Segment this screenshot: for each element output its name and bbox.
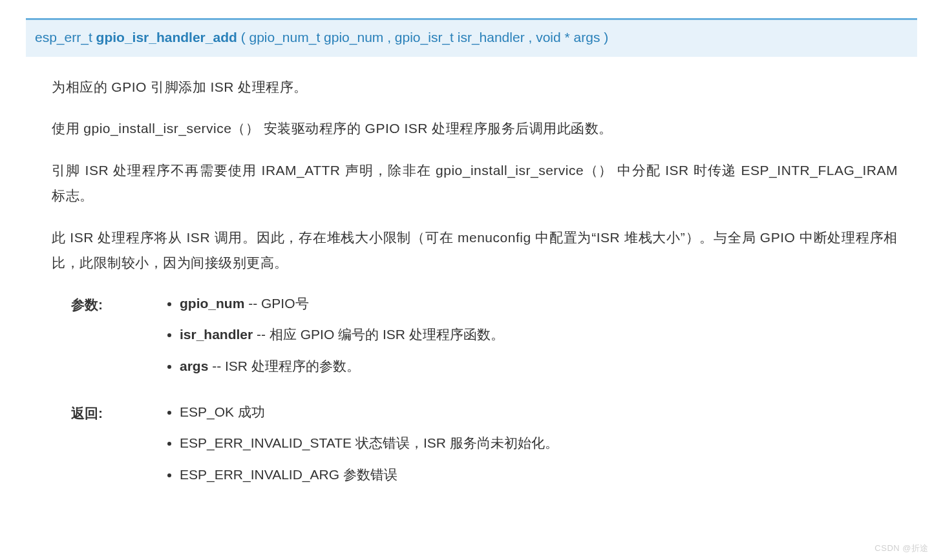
param-item-sep: --: [257, 327, 270, 342]
param-type: gpio_num_t: [249, 30, 320, 45]
param-item: isr_handler -- 相应 GPIO 编号的 ISR 处理程序函数。: [180, 324, 898, 346]
field-list: 参数: gpio_num -- GPIO号 isr_handler -- 相应 …: [52, 293, 898, 486]
return-type: esp_err_t: [35, 30, 92, 45]
param-item-name: gpio_num: [180, 296, 244, 311]
param-item: args -- ISR 处理程序的参数。: [180, 355, 898, 378]
param-item-name: isr_handler: [180, 327, 253, 342]
open-paren: (: [241, 30, 246, 45]
param-item-desc: GPIO号: [261, 296, 309, 311]
return-item: ESP_ERR_INVALID_STATE 状态错误，ISR 服务尚未初始化。: [180, 432, 898, 455]
param-name: gpio_num: [324, 30, 383, 45]
returns-body: ESP_OK 成功 ESP_ERR_INVALID_STATE 状态错误，ISR…: [162, 401, 898, 486]
param-type: void *: [536, 30, 570, 45]
param-item-sep: --: [212, 358, 225, 373]
desc-paragraph: 引脚 ISR 处理程序不再需要使用 IRAM_ATTR 声明，除非在 gpio_…: [52, 158, 898, 209]
description-block: 为相应的 GPIO 引脚添加 ISR 处理程序。 使用 gpio_install…: [26, 75, 917, 486]
function-signature: esp_err_t gpio_isr_handler_add ( gpio_nu…: [26, 18, 917, 57]
close-paren: ): [604, 30, 608, 45]
params-label: 参数:: [71, 293, 155, 378]
param-name: args: [574, 30, 600, 45]
param-item-desc: 相应 GPIO 编号的 ISR 处理程序函数。: [270, 327, 504, 342]
param-item-sep: --: [248, 296, 261, 311]
desc-paragraph: 为相应的 GPIO 引脚添加 ISR 处理程序。: [52, 75, 898, 100]
return-item: ESP_OK 成功: [180, 401, 898, 424]
params-body: gpio_num -- GPIO号 isr_handler -- 相应 GPIO…: [162, 293, 898, 378]
desc-paragraph: 此 ISR 处理程序将从 ISR 调用。因此，存在堆栈大小限制（可在 menuc…: [52, 225, 898, 276]
param-item-name: args: [180, 358, 208, 373]
watermark: CSDN @折途: [874, 541, 929, 555]
param-name: isr_handler: [458, 30, 525, 45]
param-item: gpio_num -- GPIO号: [180, 293, 898, 315]
desc-paragraph: 使用 gpio_install_isr_service（） 安装驱动程序的 GP…: [52, 116, 898, 141]
returns-label: 返回:: [71, 401, 155, 486]
param-type: gpio_isr_t: [395, 30, 454, 45]
param-item-desc: ISR 处理程序的参数。: [225, 358, 360, 373]
function-name: gpio_isr_handler_add: [96, 30, 237, 45]
return-item: ESP_ERR_INVALID_ARG 参数错误: [180, 464, 898, 486]
